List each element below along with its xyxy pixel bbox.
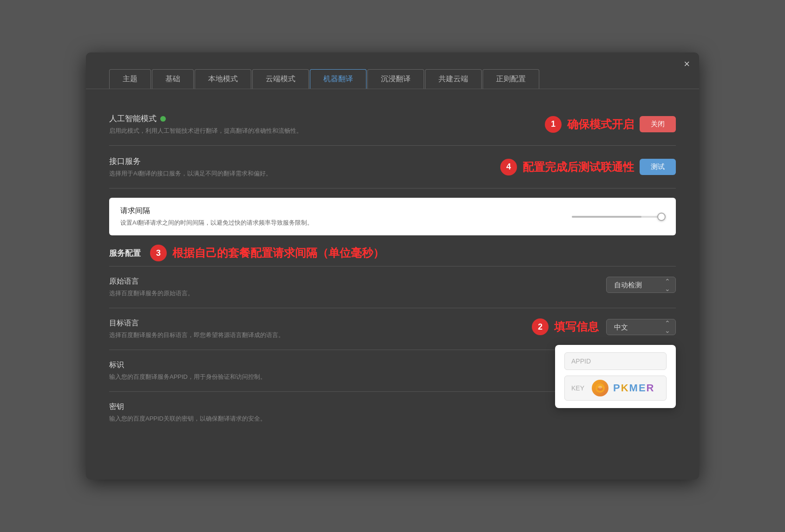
service-config-title: 服务配置 (109, 248, 141, 259)
pkmer-brand-text: PKMER (613, 382, 654, 394)
annotation-circle-4: 4 (500, 159, 517, 175)
source-lang-desc: 选择百度翻译服务的原始语言。 (109, 289, 592, 298)
interface-service-desc: 选择用于AI翻译的接口服务，以满足不同的翻译需求和偏好。 (109, 169, 272, 178)
ai-mode-section: 人工智能模式 启用此模式，利用人工智能技术进行翻译，提高翻译的准确性和流畅性。 … (109, 103, 676, 146)
annotation-text-2: 填写信息 (554, 319, 599, 334)
toggle-close-button[interactable]: 关闭 (640, 116, 676, 132)
status-indicator (160, 116, 166, 122)
target-lang-desc: 选择百度翻译服务的目标语言，即您希望将源语言翻译成的语言。 (109, 331, 523, 339)
ai-mode-left: 人工智能模式 启用此模式，利用人工智能技术进行翻译，提高翻译的准确性和流畅性。 (109, 113, 302, 135)
main-content: 人工智能模式 启用此模式，利用人工智能技术进行翻译，提高翻译的准确性和流畅性。 … (86, 103, 699, 433)
interface-service-left: 接口服务 选择用于AI翻译的接口服务，以满足不同的翻译需求和偏好。 (109, 156, 272, 178)
annotation-text-4: 配置完成后测试联通性 (523, 160, 634, 175)
tab-bar: 主题 基础 本地模式 云端模式 机器翻译 沉浸翻译 共建云端 正则配置 (86, 62, 699, 89)
tab-basic[interactable]: 基础 (152, 69, 194, 89)
interval-slider-track[interactable] (572, 216, 665, 218)
tab-theme[interactable]: 主题 (109, 69, 151, 89)
key-label: KEY (571, 384, 584, 392)
slider-thumb[interactable] (657, 213, 666, 221)
interface-service-section: 接口服务 选择用于AI翻译的接口服务，以满足不同的翻译需求和偏好。 4 配置完成… (109, 146, 676, 188)
target-lang-right: 2 填写信息 中文 英文 ⌃⌄ (532, 318, 676, 335)
interval-left: 请求间隔 设置AI翻译请求之间的时间间隔，以避免过快的请求频率导致服务限制。 (120, 206, 313, 227)
target-lang-title: 目标语言 (109, 318, 523, 328)
input-card-container: KEY PKMER (555, 345, 676, 408)
tab-local[interactable]: 本地模式 (195, 69, 251, 89)
ai-mode-title: 人工智能模式 (109, 113, 302, 124)
close-button[interactable]: × (684, 59, 690, 69)
source-lang-select-wrapper: 自动检测 中文 英文 日文 韩文 ⌃⌄ (606, 277, 676, 293)
source-lang-right: 自动检测 中文 英文 日文 韩文 ⌃⌄ (606, 277, 676, 293)
annotation-3: 3 根据自己的套餐配置请求间隔（单位毫秒） (150, 245, 384, 261)
tab-immersive[interactable]: 沉浸翻译 (367, 69, 424, 89)
tab-machine-translate[interactable]: 机器翻译 (310, 69, 366, 89)
ai-mode-desc: 启用此模式，利用人工智能技术进行翻译，提高翻译的准确性和流畅性。 (109, 127, 302, 135)
appid-input[interactable] (564, 352, 667, 370)
pkmer-row: KEY PKMER (564, 376, 667, 401)
interval-container: 请求间隔 设置AI翻译请求之间的时间间隔，以避免过快的请求频率导致服务限制。 (109, 188, 676, 235)
target-lang-select[interactable]: 中文 英文 (606, 319, 676, 335)
interval-title: 请求间隔 (120, 206, 313, 216)
test-connection-button[interactable]: 测试 (640, 159, 676, 175)
service-config-row: 服务配置 3 根据自己的套餐配置请求间隔（单位毫秒） (109, 235, 676, 266)
target-lang-row: 目标语言 选择百度翻译服务的目标语言，即您希望将源语言翻译成的语言。 2 填写信… (109, 308, 676, 350)
tab-community-cloud[interactable]: 共建云端 (425, 69, 482, 89)
annotation-1: 1 确保模式开启 关闭 (545, 116, 676, 133)
annotation-text-1: 确保模式开启 (567, 117, 634, 132)
annotation-text-3: 根据自己的套餐配置请求间隔（单位毫秒） (172, 246, 384, 260)
slider-fill (572, 216, 641, 218)
svg-point-2 (598, 386, 602, 389)
annotation-circle-3: 3 (150, 245, 167, 261)
tab-cloud[interactable]: 云端模式 (252, 69, 309, 89)
interval-header: 请求间隔 设置AI翻译请求之间的时间间隔，以避免过快的请求频率导致服务限制。 (120, 206, 665, 227)
annotation-circle-1: 1 (545, 116, 562, 133)
source-lang-select[interactable]: 自动检测 中文 英文 日文 韩文 (606, 277, 676, 293)
interval-box: 请求间隔 设置AI翻译请求之间的时间间隔，以避免过快的请求频率导致服务限制。 (109, 198, 676, 235)
source-lang-left: 原始语言 选择百度翻译服务的原始语言。 (109, 277, 592, 298)
settings-modal: × 主题 基础 本地模式 云端模式 机器翻译 沉浸翻译 共建云端 正则配置 人工… (86, 52, 699, 480)
annotation-4: 4 配置完成后测试联通性 测试 (500, 159, 676, 175)
annotation-circle-2: 2 (532, 318, 549, 335)
secret-key-desc: 输入您的百度APPID关联的密钥，以确保翻译请求的安全。 (109, 415, 676, 423)
tab-regex[interactable]: 正则配置 (483, 69, 539, 89)
input-card: KEY PKMER (555, 345, 676, 408)
interface-service-row: 接口服务 选择用于AI翻译的接口服务，以满足不同的翻译需求和偏好。 4 配置完成… (109, 156, 676, 178)
credentials-area: 标识 输入您的百度翻译服务APPID，用于身份验证和访问控制。 密钥 输入您的百… (109, 350, 676, 433)
pkmer-icon (592, 380, 608, 396)
target-lang-select-wrapper: 中文 英文 ⌃⌄ (606, 319, 676, 335)
source-lang-title: 原始语言 (109, 277, 592, 286)
target-lang-left: 目标语言 选择百度翻译服务的目标语言，即您希望将源语言翻译成的语言。 (109, 318, 523, 339)
interface-service-title: 接口服务 (109, 156, 272, 167)
ai-mode-row: 人工智能模式 启用此模式，利用人工智能技术进行翻译，提高翻译的准确性和流畅性。 … (109, 113, 676, 135)
interval-desc: 设置AI翻译请求之间的时间间隔，以避免过快的请求频率导致服务限制。 (120, 219, 313, 227)
annotation-2: 2 填写信息 (532, 318, 599, 335)
source-lang-row: 原始语言 选择百度翻译服务的原始语言。 自动检测 中文 英文 日文 韩文 ⌃⌄ (109, 266, 676, 308)
